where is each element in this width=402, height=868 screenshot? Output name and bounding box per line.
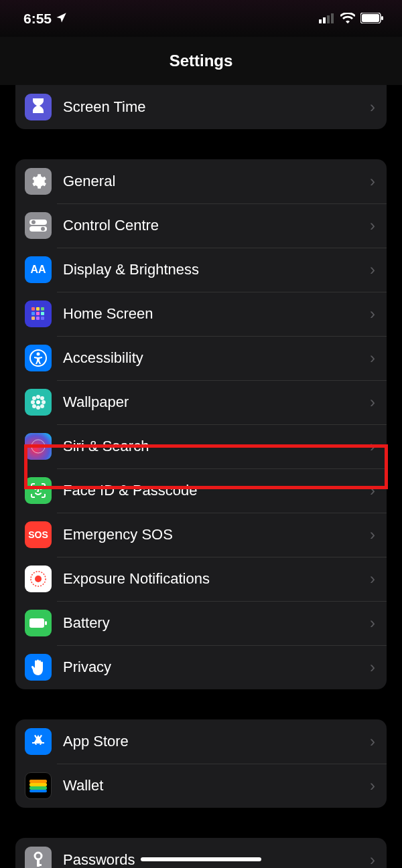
- settings-row-privacy[interactable]: Privacy ›: [15, 645, 387, 689]
- row-label: General: [63, 173, 370, 190]
- svg-point-26: [42, 400, 46, 404]
- settings-row-siri-search[interactable]: Siri & Search ›: [15, 424, 387, 468]
- key-icon: [25, 847, 52, 868]
- svg-rect-36: [29, 618, 44, 628]
- svg-rect-44: [37, 864, 42, 866]
- svg-rect-2: [327, 15, 330, 23]
- location-icon: [56, 11, 68, 27]
- app-store-icon: [25, 728, 52, 755]
- toggles-icon: [25, 212, 52, 239]
- settings-row-face-id-passcode[interactable]: Face ID & Passcode ›: [15, 468, 387, 513]
- settings-row-app-store[interactable]: App Store ›: [15, 719, 387, 764]
- text-size-icon: AA: [25, 256, 52, 283]
- svg-rect-40: [29, 786, 47, 790]
- svg-rect-15: [36, 312, 40, 315]
- row-label: Wallpaper: [63, 394, 370, 411]
- settings-row-general[interactable]: General ›: [15, 159, 387, 203]
- svg-rect-13: [41, 307, 44, 311]
- settings-row-exposure-notifications[interactable]: Exposure Notifications ›: [15, 557, 387, 601]
- row-label: Wallet: [63, 777, 370, 794]
- wifi-icon: [340, 11, 355, 27]
- chevron-right-icon: ›: [370, 481, 375, 500]
- svg-point-24: [36, 406, 40, 410]
- settings-row-accessibility[interactable]: Accessibility ›: [15, 336, 387, 380]
- chevron-right-icon: ›: [370, 658, 375, 677]
- svg-point-21: [37, 353, 40, 356]
- app-grid-icon: [25, 300, 52, 327]
- status-time: 6:55: [23, 11, 52, 27]
- svg-point-35: [35, 576, 42, 582]
- svg-point-23: [36, 395, 40, 399]
- settings-row-emergency-sos[interactable]: SOS Emergency SOS ›: [15, 513, 387, 557]
- chevron-right-icon: ›: [370, 260, 375, 279]
- hourglass-icon: [25, 94, 52, 120]
- settings-group: Passwords › Mail ›: [15, 838, 387, 868]
- exposure-icon: [25, 566, 52, 592]
- svg-rect-5: [362, 14, 379, 22]
- settings-row-wallet[interactable]: Wallet ›: [15, 764, 387, 808]
- accessibility-icon: [25, 345, 52, 371]
- svg-rect-41: [29, 790, 47, 792]
- status-bar: 6:55: [0, 0, 402, 37]
- chevron-right-icon: ›: [370, 851, 375, 868]
- chevron-right-icon: ›: [370, 776, 375, 795]
- svg-point-29: [32, 404, 36, 408]
- chevron-right-icon: ›: [370, 172, 375, 191]
- wallet-icon: [25, 772, 52, 799]
- row-label: Control Centre: [63, 217, 370, 234]
- svg-rect-11: [31, 307, 35, 311]
- settings-row-passwords[interactable]: Passwords ›: [15, 838, 387, 868]
- settings-row-wallpaper[interactable]: Wallpaper ›: [15, 380, 387, 424]
- flower-icon: [25, 389, 52, 416]
- svg-rect-38: [29, 780, 47, 783]
- svg-rect-12: [36, 307, 40, 311]
- svg-rect-3: [331, 13, 334, 23]
- svg-rect-1: [323, 17, 326, 23]
- row-label: Emergency SOS: [63, 526, 370, 543]
- battery-icon: [360, 11, 383, 27]
- svg-point-32: [35, 488, 36, 489]
- hand-icon: [25, 654, 52, 681]
- home-indicator[interactable]: [141, 857, 261, 861]
- row-label: Face ID & Passcode: [63, 482, 370, 499]
- svg-rect-19: [41, 317, 44, 320]
- settings-group: Screen Time ›: [15, 85, 387, 129]
- status-right: [319, 11, 383, 27]
- svg-point-10: [41, 227, 45, 231]
- chevron-right-icon: ›: [370, 570, 375, 588]
- settings-row-display-brightness[interactable]: AA Display & Brightness ›: [15, 248, 387, 292]
- svg-point-27: [32, 396, 36, 400]
- row-label: App Store: [63, 733, 370, 750]
- svg-rect-0: [319, 19, 322, 23]
- chevron-right-icon: ›: [370, 437, 375, 456]
- settings-row-home-screen[interactable]: Home Screen ›: [15, 292, 387, 336]
- svg-point-8: [31, 220, 36, 224]
- row-label: Accessibility: [63, 349, 370, 367]
- settings-group: App Store › Wallet ›: [15, 719, 387, 808]
- settings-row-control-centre[interactable]: Control Centre ›: [15, 203, 387, 248]
- chevron-right-icon: ›: [370, 732, 375, 751]
- svg-point-28: [40, 396, 44, 400]
- gear-icon: [25, 168, 52, 195]
- svg-point-31: [31, 440, 45, 453]
- svg-rect-6: [381, 16, 383, 20]
- row-label: Display & Brightness: [63, 261, 370, 278]
- svg-point-25: [31, 400, 35, 404]
- siri-icon: [25, 433, 52, 460]
- svg-rect-18: [36, 317, 40, 320]
- cellular-icon: [319, 11, 335, 27]
- svg-rect-16: [41, 312, 44, 315]
- chevron-right-icon: ›: [370, 393, 375, 412]
- chevron-right-icon: ›: [370, 614, 375, 632]
- battery-icon: [25, 610, 52, 636]
- svg-rect-37: [45, 621, 47, 625]
- settings-row-battery[interactable]: Battery ›: [15, 601, 387, 645]
- chevron-right-icon: ›: [370, 525, 375, 544]
- settings-row-screen-time[interactable]: Screen Time ›: [15, 85, 387, 129]
- chevron-right-icon: ›: [370, 349, 375, 367]
- sos-icon: SOS: [25, 521, 52, 548]
- settings-group: General › Control Centre › AA Display & …: [15, 159, 387, 689]
- svg-point-22: [36, 400, 40, 404]
- svg-rect-17: [31, 317, 35, 320]
- row-label: Screen Time: [63, 98, 370, 116]
